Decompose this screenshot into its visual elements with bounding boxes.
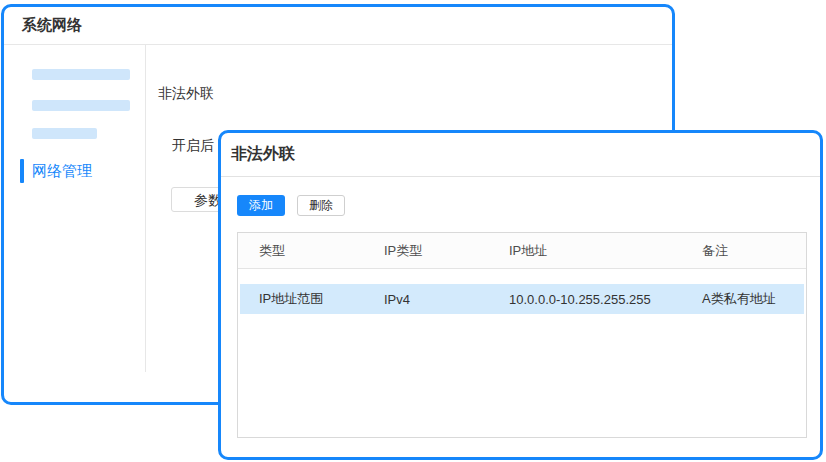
- illegal-connection-dialog: 非法外联 添加 删除 类型 IP类型 IP地址 备注 IP地址范围 IPv4 1…: [218, 130, 823, 460]
- section-title: 非法外联: [158, 85, 214, 103]
- sidebar-divider: [145, 45, 146, 372]
- column-header-ip-type: IP类型: [363, 242, 488, 260]
- cell-remark: A类私有地址: [683, 290, 804, 308]
- sidebar-skeleton-item-3: [32, 128, 97, 139]
- cell-ip-address: 10.0.0.0-10.255.255.255: [490, 292, 683, 307]
- sidebar-item-label: 网络管理: [32, 162, 92, 181]
- column-header-remark: 备注: [681, 242, 806, 260]
- system-network-window-header: 系统网络: [4, 7, 672, 45]
- cell-ip-type: IPv4: [365, 292, 490, 307]
- active-item-indicator: [20, 159, 24, 183]
- dialog-body: 添加 删除 类型 IP类型 IP地址 备注 IP地址范围 IPv4 10.0.0…: [221, 177, 820, 438]
- column-header-ip-address: IP地址: [488, 242, 681, 260]
- dialog-title: 非法外联: [231, 144, 295, 165]
- cell-type: IP地址范围: [240, 290, 365, 308]
- column-header-type: 类型: [238, 242, 363, 260]
- dialog-header: 非法外联: [221, 133, 820, 177]
- sidebar-item-network-management[interactable]: 网络管理: [20, 159, 92, 183]
- sidebar-skeleton-item-1: [32, 69, 130, 80]
- sidebar-skeleton-item-2: [32, 100, 130, 111]
- table-header-row: 类型 IP类型 IP地址 备注: [238, 233, 806, 269]
- ip-rules-table: 类型 IP类型 IP地址 备注 IP地址范围 IPv4 10.0.0.0-10.…: [237, 232, 807, 438]
- dialog-toolbar: 添加 删除: [237, 195, 804, 216]
- add-button[interactable]: 添加: [237, 195, 285, 216]
- delete-button[interactable]: 删除: [297, 195, 345, 216]
- table-row[interactable]: IP地址范围 IPv4 10.0.0.0-10.255.255.255 A类私有…: [240, 284, 804, 314]
- system-network-window-title: 系统网络: [22, 16, 82, 35]
